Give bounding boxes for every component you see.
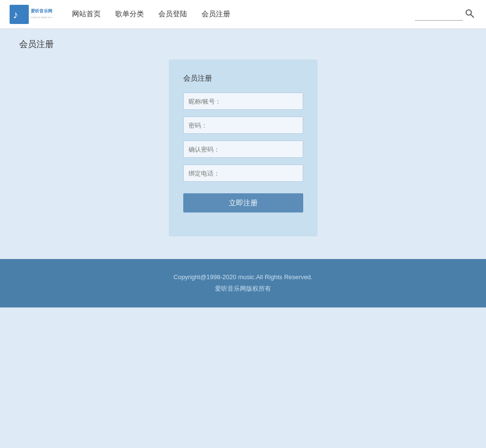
svg-rect-0 [10,5,29,24]
main-content: 会员注册 会员注册 立即注册 [0,29,486,259]
password-input[interactable] [183,117,303,134]
search-button[interactable] [463,7,476,22]
nav-category[interactable]: 歌单分类 [115,10,144,19]
phone-group [183,165,303,182]
svg-text:爱听音乐网: 爱听音乐网 [31,8,52,13]
svg-line-5 [471,15,474,18]
footer: Copyright@1998-2020 music.All Rights Res… [0,259,486,307]
nav-login[interactable]: 会员登陆 [158,10,187,19]
password-group [183,117,303,134]
username-input[interactable] [183,93,303,110]
page-title: 会员注册 [19,38,467,50]
username-group [183,93,303,110]
submit-button[interactable]: 立即注册 [183,193,303,212]
header: ♪ 爱听音乐网 Love to listen to music 网站首页 歌单分… [0,0,486,29]
form-title: 会员注册 [183,74,303,83]
svg-text:Love to listen to music: Love to listen to music [31,16,53,19]
confirm-password-group [183,141,303,158]
footer-copyright: Copyright@1998-2020 music.All Rights Res… [10,273,476,281]
search-icon [465,9,474,18]
logo-area: ♪ 爱听音乐网 Love to listen to music [10,5,53,24]
nav-register[interactable]: 会员注册 [202,10,230,19]
registration-form-card: 会员注册 立即注册 [169,59,318,236]
search-area [415,7,476,22]
nav-home[interactable]: 网站首页 [72,10,101,19]
bottom-background [0,307,486,437]
confirm-password-input[interactable] [183,141,303,158]
search-input[interactable] [415,8,463,21]
svg-text:♪: ♪ [13,9,18,21]
footer-rights: 爱听音乐网版权所有 [10,284,476,293]
phone-input[interactable] [183,165,303,182]
logo: ♪ 爱听音乐网 Love to listen to music [10,5,53,24]
nav-menu: 网站首页 歌单分类 会员登陆 会员注册 [72,10,415,19]
